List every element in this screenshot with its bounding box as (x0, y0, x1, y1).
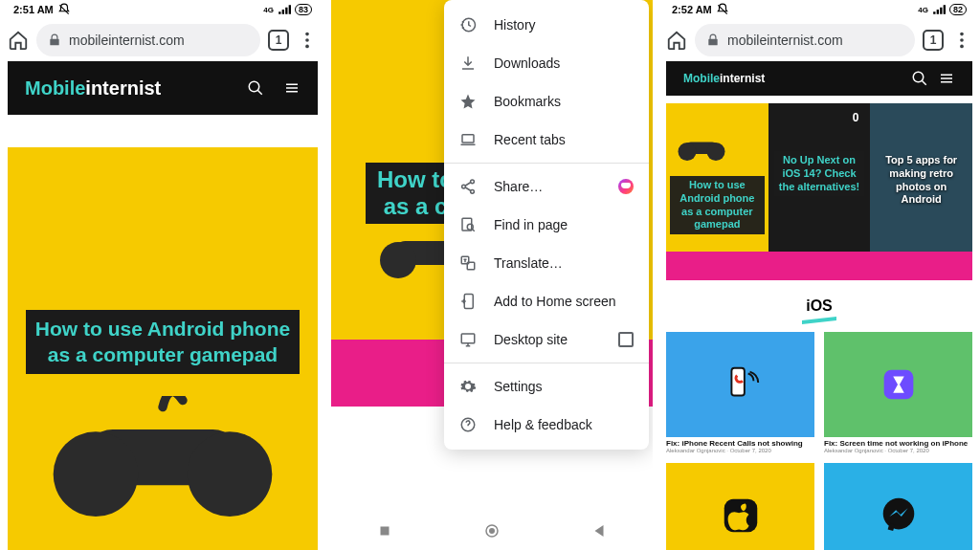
svg-rect-13 (462, 135, 474, 143)
status-bar: 2:52 AM 4G 82 (658, 0, 980, 19)
phone-screenshot-3: 2:52 AM 4G 82 mobileinternist.com 1 Mobi… (658, 0, 980, 550)
home-button[interactable] (666, 30, 687, 51)
url-text: mobileinternist.com (727, 33, 843, 48)
tab-switcher[interactable]: 1 (268, 30, 289, 51)
svg-point-26 (960, 45, 964, 49)
add-home-icon (459, 293, 477, 310)
tab-switcher[interactable]: 1 (923, 30, 944, 51)
messenger-icon (618, 179, 634, 194)
category-heading: iOS (658, 297, 980, 315)
help-icon (459, 416, 477, 433)
menu-settings[interactable]: Settings (444, 367, 649, 406)
hamburger-icon[interactable] (283, 79, 301, 97)
messenger-icon (877, 494, 921, 538)
android-nav-bar (331, 512, 653, 550)
nav-recent-icon[interactable] (376, 522, 393, 539)
status-bar: 2:51 AM 4G 83 (0, 0, 325, 19)
browser-toolbar: mobileinternist.com 1 (0, 19, 325, 61)
gamepad-icon (48, 396, 278, 530)
overflow-menu-button[interactable] (951, 30, 972, 51)
phone-screenshot-2: How to as a c History Downloads Bookmark… (331, 0, 653, 550)
svg-point-29 (679, 143, 697, 161)
status-time: 2:52 AM (672, 4, 712, 15)
menu-downloads[interactable]: Downloads (444, 44, 649, 82)
search-icon[interactable] (911, 70, 928, 87)
url-bar[interactable]: mobileinternist.com (36, 24, 260, 56)
search-icon[interactable] (247, 79, 264, 97)
gamepad-icon (678, 132, 725, 166)
gear-icon (459, 378, 477, 395)
article-tile-1[interactable]: Fix: iPhone Recent Calls not showing Ale… (666, 332, 814, 453)
signal-icon (278, 3, 291, 16)
translate-icon (459, 254, 477, 272)
featured-card-3[interactable]: Top 5 apps for making retro photos on An… (870, 103, 972, 252)
article-tile-3[interactable] (666, 463, 814, 550)
laptop-icon (459, 131, 477, 148)
svg-point-8 (380, 242, 416, 278)
hero-card[interactable]: How to use Android phone as a computer g… (8, 147, 318, 550)
svg-point-3 (249, 81, 259, 92)
svg-rect-9 (381, 527, 390, 536)
menu-find[interactable]: Find in page (444, 206, 649, 244)
svg-point-27 (913, 72, 924, 82)
site-logo[interactable]: Mobileinternist (25, 77, 161, 99)
featured-card-1[interactable]: How to use Android phone as a computer g… (666, 103, 768, 252)
svg-point-25 (960, 38, 964, 42)
network-label: 4G (918, 6, 928, 14)
signal-icon (932, 3, 946, 16)
checkbox-unchecked-icon[interactable] (618, 332, 634, 347)
star-icon (459, 93, 477, 110)
hero-title: How to use Android phone as a computer g… (26, 310, 300, 374)
history-icon (459, 16, 477, 33)
dnd-icon (716, 3, 729, 16)
menu-add-home[interactable]: Add to Home screen (444, 282, 649, 320)
menu-share[interactable]: Share… (444, 167, 649, 206)
featured-row: How to use Android phone as a computer g… (666, 103, 972, 252)
nav-back-icon[interactable] (590, 522, 608, 539)
nav-home-icon[interactable] (483, 522, 501, 539)
battery-level: 82 (949, 4, 967, 15)
hourglass-icon (877, 363, 921, 407)
overflow-menu-button[interactable] (297, 30, 318, 51)
site-header: Mobileinternist (8, 61, 318, 115)
network-label: 4G (263, 6, 274, 14)
lock-icon (706, 33, 720, 47)
menu-help[interactable]: Help & feedback (444, 406, 649, 444)
apple-icon (719, 494, 763, 538)
svg-point-34 (882, 498, 914, 530)
site-logo[interactable]: Mobileinternist (683, 72, 765, 85)
status-time: 2:51 AM (13, 4, 54, 15)
download-icon (459, 55, 477, 72)
featured-card-2[interactable]: 0 No Up Next on iOS 14? Check the altern… (768, 103, 871, 252)
browser-toolbar: mobileinternist.com 1 (658, 19, 980, 61)
article-tile-2[interactable]: Fix: Screen time not working on iPhone A… (824, 332, 972, 453)
chrome-overflow-menu: History Downloads Bookmarks Recent tabs … (444, 0, 649, 450)
desktop-icon (459, 331, 477, 348)
phone-call-icon (719, 363, 763, 407)
lock-icon (48, 33, 61, 47)
accent-bar (666, 252, 972, 280)
url-bar[interactable]: mobileinternist.com (695, 24, 915, 56)
category-underline (802, 317, 836, 324)
menu-recent-tabs[interactable]: Recent tabs (444, 121, 649, 159)
share-icon (459, 178, 477, 195)
svg-point-0 (305, 33, 309, 36)
hamburger-icon[interactable] (938, 70, 955, 87)
svg-point-1 (305, 38, 309, 42)
url-text: mobileinternist.com (69, 33, 185, 48)
badge-zero: 0 (853, 111, 859, 124)
svg-point-6 (188, 431, 273, 517)
menu-bookmarks[interactable]: Bookmarks (444, 82, 649, 121)
article-tile-4[interactable] (824, 463, 972, 550)
dnd-icon (57, 3, 71, 16)
menu-translate[interactable]: Translate… (444, 244, 649, 282)
home-button[interactable] (8, 30, 29, 51)
site-header: Mobileinternist (666, 61, 972, 96)
svg-point-5 (54, 431, 139, 517)
svg-rect-22 (461, 334, 475, 343)
svg-point-11 (490, 529, 495, 534)
menu-history[interactable]: History (444, 6, 649, 44)
menu-desktop-site[interactable]: Desktop site (444, 320, 649, 359)
battery-level: 83 (295, 4, 312, 15)
find-icon (459, 216, 477, 233)
